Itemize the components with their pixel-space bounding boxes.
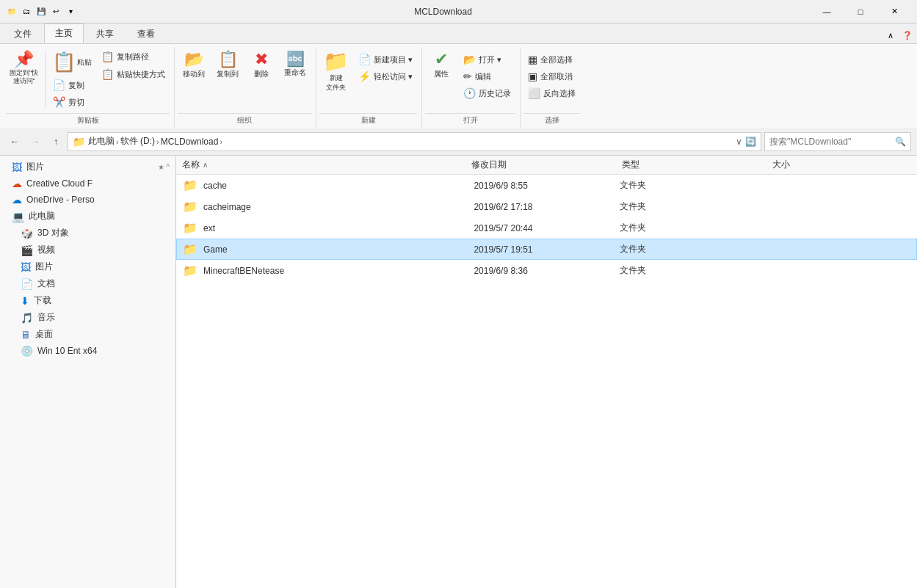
- paste-button[interactable]: 📋 粘贴: [48, 48, 95, 76]
- select-none-button[interactable]: ▣ 全部取消: [523, 68, 580, 84]
- col-type-label: 类型: [622, 159, 639, 171]
- file-name-ext: ext: [203, 223, 215, 233]
- col-header-type[interactable]: 类型: [616, 156, 766, 174]
- file-name-cache: cache: [203, 181, 227, 191]
- tab-share[interactable]: 共享: [85, 24, 125, 43]
- sidebar-item-music[interactable]: 🎵 音乐: [0, 309, 175, 326]
- sidebar-item-videos[interactable]: 🎬 视频: [0, 242, 175, 258]
- easy-access-label: 轻松访问 ▾: [374, 71, 413, 82]
- sidebar-item-downloads[interactable]: ⬇ 下载: [0, 292, 175, 309]
- new-folder-label: 新建文件夹: [326, 73, 346, 92]
- properties-button[interactable]: ✔ 属性: [425, 48, 457, 82]
- sidebar-item-onedrive[interactable]: ☁ OneDrive - Perso: [0, 192, 175, 208]
- file-row-cacheimage[interactable]: 📁 cacheimage 2019/6/2 17:18 文件夹: [176, 196, 917, 217]
- col-size-label: 大小: [772, 159, 790, 171]
- ribbon-help-button[interactable]: ❓: [898, 31, 917, 40]
- move-to-button[interactable]: 📂 移动到: [178, 48, 210, 82]
- invert-selection-button[interactable]: ⬜ 反向选择: [523, 85, 580, 101]
- file-row-game[interactable]: 📁 Game 2019/5/7 19:51 文件夹: [176, 239, 917, 260]
- edit-label: 编辑: [475, 71, 491, 82]
- sidebar-item-this-pc[interactable]: 💻 此电脑: [0, 208, 175, 225]
- copy-to-button[interactable]: 📋 复制到: [211, 48, 244, 82]
- sort-arrow-icon: ∧: [203, 161, 208, 169]
- search-icon[interactable]: 🔍: [895, 137, 906, 147]
- file-date-ext: 2019/5/7 20:44: [474, 223, 619, 233]
- folder-icon-cache: 📁: [183, 178, 197, 192]
- forward-button[interactable]: →: [26, 133, 44, 150]
- col-header-size[interactable]: 大小: [766, 156, 917, 174]
- sidebar-item-3d-objects[interactable]: 🎲 3D 对象: [0, 225, 175, 242]
- copy-path-group: 📋 复制路径 📋 粘贴快捷方式: [97, 48, 170, 82]
- sidebar-desktop-label: 桌面: [35, 328, 53, 341]
- address-bar[interactable]: 📁 此电脑 › 软件 (D:) › MCLDownload › ∨ 🔄: [68, 132, 761, 151]
- pin-icon: 📌: [14, 51, 34, 68]
- address-refresh-button[interactable]: 🔄: [745, 137, 756, 147]
- file-list: 📁 cache 2019/6/9 8:55 文件夹 📁 cacheimage 2…: [176, 175, 917, 281]
- col-header-date[interactable]: 修改日期: [465, 156, 616, 174]
- sidebar-item-pictures-quick[interactable]: 🖼 图片 ★ ^: [0, 159, 175, 175]
- copy-path-label: 复制路径: [117, 51, 149, 62]
- new-folder-button[interactable]: 📁 新建文件夹: [319, 48, 352, 95]
- sidebar-item-pictures[interactable]: 🖼 图片: [0, 258, 175, 275]
- 3d-objects-icon: 🎲: [21, 228, 33, 239]
- new-small-buttons: 📄 新建项目 ▾ ⚡ 轻松访问 ▾: [354, 48, 417, 84]
- file-row-ext[interactable]: 📁 ext 2019/5/7 20:44 文件夹: [176, 217, 917, 239]
- sidebar-item-documents[interactable]: 📄 文档: [0, 275, 175, 292]
- address-part-folder[interactable]: MCLDownload: [161, 137, 219, 147]
- sidebar-documents-label: 文档: [37, 277, 55, 290]
- window-controls: — □ ✕: [810, 0, 911, 23]
- maximize-button[interactable]: □: [844, 0, 877, 23]
- sidebar-item-creative-cloud[interactable]: ☁ Creative Cloud F: [0, 175, 175, 192]
- save-icon[interactable]: 💾: [35, 6, 47, 18]
- back-button[interactable]: ←: [6, 133, 23, 150]
- new-item-label: 新建项目 ▾: [374, 54, 413, 65]
- ribbon-collapse-button[interactable]: ∧: [883, 31, 898, 40]
- sidebar-item-win10[interactable]: 💿 Win 10 Ent x64: [0, 343, 175, 359]
- address-sep-3: ›: [220, 137, 222, 146]
- open-button[interactable]: 📂 打开 ▾: [459, 51, 515, 68]
- quick-access-icon[interactable]: 🗂: [21, 6, 32, 18]
- copy-path-button[interactable]: 📋 复制路径: [97, 48, 170, 65]
- search-bar[interactable]: 🔍: [764, 132, 911, 151]
- sidebar-downloads-label: 下载: [34, 294, 51, 307]
- edit-button[interactable]: ✏ 编辑: [459, 68, 515, 84]
- history-button[interactable]: 🕐 历史记录: [459, 85, 515, 101]
- pin-button[interactable]: 📌 固定到"快速访问": [6, 48, 42, 88]
- close-button[interactable]: ✕: [877, 0, 911, 23]
- file-date-game: 2019/5/7 19:51: [474, 244, 619, 255]
- file-row-cache[interactable]: 📁 cache 2019/6/9 8:55 文件夹: [176, 175, 917, 196]
- delete-button[interactable]: ✖ 删除: [245, 48, 278, 82]
- dropdown-arrow-icon[interactable]: ▾: [65, 6, 76, 18]
- search-input[interactable]: [769, 137, 892, 147]
- address-dropdown-button[interactable]: ∨: [736, 137, 742, 147]
- clipboard-group-label: 剪贴板: [6, 113, 170, 128]
- paste-shortcut-button[interactable]: 📋 粘贴快捷方式: [97, 66, 170, 82]
- tab-file[interactable]: 文件: [3, 24, 43, 43]
- select-none-icon: ▣: [528, 70, 537, 82]
- easy-access-button[interactable]: ⚡ 轻松访问 ▾: [354, 68, 417, 84]
- col-date-label: 修改日期: [471, 159, 507, 171]
- copy-button[interactable]: 📄 复制: [48, 77, 95, 93]
- file-row-minecraft[interactable]: 📁 MinecraftBENetease 2019/6/9 8:36 文件夹: [176, 260, 917, 281]
- address-part-drive[interactable]: 软件 (D:): [120, 135, 155, 148]
- rename-button[interactable]: 🔤 重命名: [279, 48, 311, 81]
- sidebar-item-desktop[interactable]: 🖥 桌面: [0, 326, 175, 343]
- address-sep-2: ›: [156, 137, 159, 146]
- tab-home[interactable]: 主页: [44, 23, 84, 43]
- desktop-icon: 🖥: [21, 329, 31, 341]
- tab-view[interactable]: 查看: [126, 24, 166, 43]
- sidebar-music-label: 音乐: [37, 311, 55, 324]
- select-all-button[interactable]: ▦ 全部选择: [523, 51, 580, 68]
- file-type-ext: 文件夹: [620, 222, 765, 234]
- undo-icon[interactable]: ↩: [50, 6, 62, 18]
- open-icon: 📂: [463, 54, 476, 65]
- cut-button[interactable]: ✂️ 剪切: [48, 94, 95, 110]
- cut-icon: ✂️: [53, 96, 65, 108]
- up-button[interactable]: ↑: [47, 133, 65, 150]
- address-part-pc[interactable]: 此电脑: [88, 135, 115, 148]
- ribbon-group-organize: 📂 移动到 📋 复制到 ✖ 删除 🔤 重命名 组织: [175, 47, 316, 128]
- new-item-button[interactable]: 📄 新建项目 ▾: [354, 51, 417, 68]
- col-header-name[interactable]: 名称 ∧: [176, 156, 465, 174]
- minimize-button[interactable]: —: [810, 0, 844, 23]
- rename-icon: 🔤: [286, 51, 305, 66]
